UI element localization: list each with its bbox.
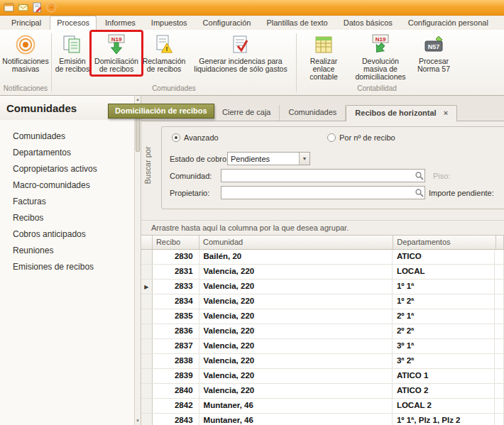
sidebar-item-emisiones-de-recibos[interactable]: Emisiones de recibos [0,259,134,275]
radio-avanzado[interactable]: Avanzado [172,133,219,142]
cell-recibo: 2833 [153,280,199,294]
cell-comunidad: Valencia, 220 [199,265,393,279]
table-row[interactable]: 2838 Valencia, 220 3ª 2ª [141,354,504,369]
button-label: Reclamación de recibos [143,57,186,73]
table-row[interactable]: 2836 Valencia, 220 2º 2ª [141,324,504,339]
doc-tab-recibos-de-horizontal[interactable]: Recibos de horizontal× [346,105,457,121]
ribbon-tab-configuracion[interactable]: Configuración [196,16,258,30]
table-row[interactable]: 2839 Valencia, 220 ATICO 1 [141,369,504,384]
cell-recibo: 2831 [153,265,199,279]
close-tab-icon[interactable]: × [444,109,448,117]
column-header-comunidad[interactable]: Comunidad [199,236,393,249]
table-row[interactable]: 2842 Muntaner, 46 LOCAL 2 [141,399,504,414]
sidebar-item-macro-comunidades[interactable]: Macro-comunidades [0,177,134,194]
cell-comunidad: Valencia, 220 [199,324,393,338]
column-header-departamentos[interactable]: Departamentos [393,236,496,249]
doc-tab-comunidades[interactable]: Comunidades [280,105,346,121]
search-panel: Buscar por Avanzado Por nº de recibo Est… [141,121,504,220]
cell-departamentos: ATICO [393,250,495,264]
procesar-norma57-button[interactable]: N57 Procesar Norma 57 [412,31,455,73]
estado-de-cobro-select[interactable]: Pendientes ▼ [227,152,310,165]
doc-tab-label: Cierre de caja [222,108,270,116]
domiciliacion-recibos-button[interactable]: N19 Domiciliación de recibos [92,31,141,73]
cell-recibo: 2835 [153,309,199,324]
comunidad-field [221,169,425,182]
radio-por-numero-recibo[interactable]: Por nº de recibo [327,133,395,142]
current-row-icon: ▶ [144,284,148,290]
radio-label: Por nº de recibo [339,133,395,142]
scrollbar-track[interactable] [135,152,141,417]
radio-label: Avanzado [184,133,219,142]
realizar-enlace-contable-button[interactable]: Realizar enlace contable [299,31,349,81]
row-selector-cell [141,324,153,338]
edit-report-icon[interactable] [32,2,43,13]
scroll-down-icon[interactable]: ▼ [135,417,141,425]
ribbon-tab-impuestos[interactable]: Impuestos [144,16,195,30]
sheet-warning-icon: ! [153,33,175,56]
cell-departamentos: LOCAL 2 [393,399,495,413]
row-selector-cell [141,414,153,425]
cell-recibo: 2834 [153,294,199,309]
accounting-table-icon [313,33,334,56]
table-row[interactable]: 2837 Valencia, 220 3º 1ª [141,339,504,354]
ribbon-tab-procesos[interactable]: Procesos [50,16,97,30]
ribbon-group-label: Contabilidad [298,84,456,94]
app-icon[interactable] [4,2,14,13]
reclamacion-recibos-button[interactable]: ! Reclamación de recibos [142,31,186,73]
ribbon-tab-informes[interactable]: Informes [98,16,143,30]
search-icon[interactable] [414,188,424,197]
mail-icon[interactable] [18,2,28,13]
row-selector-cell: ▶ [141,280,153,294]
broadcast-icon[interactable] [46,2,57,13]
column-header-recibo[interactable]: Recibo [153,236,199,249]
vertical-scrollbar[interactable]: ▲ ▼ [135,96,141,425]
scroll-up-icon[interactable]: ▲ [135,96,141,104]
ribbon-group-label: Comunidades [53,84,295,94]
generar-incidencias-button[interactable]: Generar incidencias para liquidaciones d… [187,31,294,73]
cell-departamentos: 1º 1ª, Plz 1, Plz 2 [393,414,495,425]
sidebar-item-departamentos[interactable]: Departamentos [0,145,134,161]
button-label: Realizar enlace contable [300,57,348,81]
table-row[interactable]: 2834 Valencia, 220 1º 2ª [141,294,504,309]
table-row[interactable]: 2840 Valencia, 220 ATICO 2 [141,384,504,399]
svg-text:N19: N19 [376,36,386,43]
propietario-input[interactable] [221,189,414,197]
search-icon[interactable] [414,171,424,180]
broadcast-large-icon [15,33,36,56]
sidebar-item-cobros-anticipados[interactable]: Cobros anticipados [0,226,134,243]
table-row[interactable]: 2843 Muntaner, 46 1º 1ª, Plz 1, Plz 2 [141,414,504,425]
devolucion-masiva-button[interactable]: N19 Devolución masiva de domiciliaciones [350,31,411,81]
doc-tab-cierre-de-caja[interactable]: Cierre de caja [214,105,280,121]
table-row-selected[interactable]: ▶ 2833 Valencia, 220 1º 1ª [141,280,504,294]
main-area: Cierre de caja Comunidades Recibos de ho… [141,96,504,425]
table-row[interactable]: 2835 Valencia, 220 2º 1ª [141,309,504,324]
emision-recibos-button[interactable]: Emisión de recibos [54,31,91,73]
button-label: Emisión de recibos [55,57,90,73]
table-row[interactable]: 2830 Bailén, 20 ATICO [141,250,504,265]
cell-partial [495,250,504,264]
ribbon-tab-plantillas[interactable]: Plantillas de texto [259,16,334,30]
ribbon-body: Notificaciones masivas Notificaciones Em… [0,30,504,96]
sidebar-item-recibos[interactable]: Recibos [0,210,134,226]
sidebar-item-reuniones[interactable]: Reuniones [0,243,134,259]
table-row[interactable]: 2831 Valencia, 220 LOCAL [141,265,504,280]
sidebar-item-comunidades[interactable]: Comunidades [0,128,134,145]
cell-departamentos: 3º 1ª [393,339,495,353]
ribbon-tab-datos-basicos[interactable]: Datos básicos [336,16,400,30]
button-label: Procesar Norma 57 [413,57,454,73]
cell-partial [495,309,504,324]
sidebar: Comunidades Comunidades Departamentos Co… [0,96,135,425]
sidebar-item-facturas[interactable]: Facturas [0,194,134,210]
grid-header-row: Recibo Comunidad Departamentos [141,236,504,250]
cell-departamentos: 2º 2ª [393,324,495,338]
row-selector-cell [141,399,153,413]
ribbon-tab-principal[interactable]: Principal [4,16,48,30]
comunidad-input[interactable] [221,172,414,180]
propietario-field [221,186,425,199]
ribbon-tab-configuracion-personal[interactable]: Configuración personal [401,16,495,30]
row-selector-header [141,236,153,249]
svg-text:!: ! [166,45,168,53]
sidebar-item-copropietarios-activos[interactable]: Copropietarios activos [0,161,134,177]
group-by-drop-area[interactable]: Arrastre hasta aquí la columna por la qu… [141,220,504,236]
notificaciones-masivas-button[interactable]: Notificaciones masivas [2,31,49,73]
